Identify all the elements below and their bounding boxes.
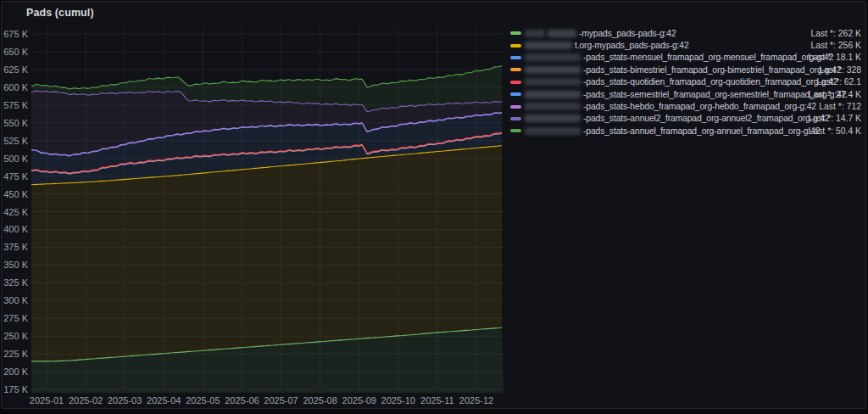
timeseries-panel: Pads (cumul) 675 K650 K625 K600 K575 K55…: [1, 1, 866, 409]
redacted-text-blur: [525, 42, 572, 49]
legend-last-value: Last *: 62.1: [816, 76, 861, 88]
series-color-line-icon: [510, 105, 521, 109]
x-tick-label: 2025-08: [300, 395, 341, 406]
redacted-text-blur: [525, 91, 581, 98]
x-tick-label: 2025-04: [143, 395, 184, 406]
redacted-text-blur: [525, 115, 581, 122]
y-tick-label: 275 K: [2, 313, 28, 323]
y-tick-label: 600 K: [2, 82, 28, 92]
grafana-panel-screenshot: Pads (cumul) 675 K650 K625 K600 K575 K55…: [0, 0, 868, 414]
legend-series-name: -mypads_pads-pads-g:42: [579, 29, 676, 38]
legend-last-value: Last *: 50.4 K: [809, 125, 861, 137]
legend-item[interactable]: -pads_stats-hebdo_framapad_org-hebdo_fra…: [510, 100, 863, 112]
series-color-line-icon: [510, 117, 521, 120]
series-color-line-icon: [510, 68, 521, 71]
redacted-text-blur: [525, 30, 545, 37]
legend-last-value: Last *: 256 K: [811, 39, 862, 51]
series-color-line-icon: [510, 92, 521, 96]
legend-series-name: -pads_stats-hebdo_framapad_org-hebdo_fra…: [583, 102, 816, 111]
x-tick-label: 2025-09: [339, 395, 380, 406]
legend-item[interactable]: -pads_stats-quotidien_framapad_org-quoti…: [510, 76, 863, 88]
legend-series-name: t.org-mypads_pads-pads-g:42: [575, 41, 689, 50]
legend-last-value: Last *: 262 K: [811, 27, 862, 39]
y-tick-label: 325 K: [2, 277, 28, 288]
y-tick-label: 475 K: [2, 171, 28, 182]
y-tick-label: 400 K: [2, 224, 28, 234]
y-tick-label: 550 K: [2, 118, 28, 128]
y-tick-label: 575 K: [2, 100, 28, 110]
series-color-line-icon: [510, 44, 521, 48]
y-tick-label: 300 K: [2, 295, 28, 305]
y-tick-label: 650 K: [2, 47, 28, 57]
redacted-text-blur: [525, 103, 581, 110]
legend-series-name: -pads_stats-annuel2_framapad_org-annuel2…: [583, 114, 830, 123]
x-tick-label: 2025-12: [456, 395, 497, 406]
legend-series-name: -pads_stats-quotidien_framapad_org-quoti…: [583, 77, 837, 87]
legend-last-value: Last *: 14.7 K: [809, 113, 861, 125]
series-color-line-icon: [510, 81, 521, 84]
y-tick-label: 525 K: [2, 136, 28, 146]
y-tick-label: 225 K: [2, 349, 28, 359]
y-tick-label: 450 K: [2, 189, 28, 199]
legend-item[interactable]: t.org-mypads_pads-pads-g:42Last *: 256 K: [510, 39, 863, 51]
legend-item[interactable]: -pads_stats-bimestriel_framapad_org-bime…: [510, 64, 863, 76]
legend-item[interactable]: -pads_stats-mensuel_framapad_org-mensuel…: [510, 52, 863, 64]
legend-series-name: -pads_stats-bimestriel_framapad_org-bime…: [583, 65, 842, 75]
y-tick-label: 200 K: [2, 366, 28, 377]
redacted-text-blur: [548, 30, 576, 37]
legend-item[interactable]: -pads_stats-annuel_framapad_org-annuel_f…: [510, 125, 863, 137]
redacted-text-blur: [525, 127, 581, 135]
y-tick-label: 175 K: [2, 384, 28, 394]
legend-series-name: -pads_stats-annuel_framapad_org-annuel_f…: [583, 126, 820, 136]
y-tick-label: 625 K: [2, 64, 28, 75]
x-tick-label: 2025-07: [261, 395, 302, 406]
redacted-text-blur: [525, 78, 581, 86]
legend-last-value: Last *: 328: [819, 64, 861, 76]
x-tick-label: 2025-02: [65, 395, 106, 406]
y-tick-label: 675 K: [2, 29, 28, 39]
y-tick-label: 250 K: [2, 331, 28, 341]
series-color-line-icon: [510, 31, 521, 35]
x-tick-label: 2025-11: [417, 395, 458, 406]
legend: -mypads_pads-pads-g:42Last *: 262 Kt.org…: [510, 27, 863, 137]
redacted-text-blur: [525, 66, 581, 74]
y-tick-label: 425 K: [2, 207, 28, 217]
x-tick-label: 2025-03: [104, 395, 145, 406]
legend-item[interactable]: -pads_stats-annuel2_framapad_org-annuel2…: [510, 113, 863, 125]
y-tick-label: 350 K: [2, 260, 28, 270]
x-tick-label: 2025-05: [182, 395, 223, 406]
x-tick-label: 2025-01: [26, 395, 67, 406]
x-tick-label: 2025-06: [221, 395, 262, 406]
legend-last-value: Last *: 712: [819, 100, 861, 112]
series-color-line-icon: [510, 56, 521, 59]
legend-series-name: -pads_stats-semestriel_framapad_org-seme…: [583, 90, 846, 99]
legend-item[interactable]: -pads_stats-semestriel_framapad_org-seme…: [510, 88, 863, 100]
legend-last-value: Last *: 18.1 K: [809, 52, 861, 64]
x-tick-label: 2025-10: [378, 395, 419, 406]
series-color-line-icon: [510, 129, 521, 132]
legend-series-name: -pads_stats-mensuel_framapad_org-mensuel…: [583, 53, 833, 62]
redacted-text-blur: [525, 53, 581, 61]
legend-item[interactable]: -mypads_pads-pads-g:42Last *: 262 K: [510, 27, 863, 39]
y-tick-label: 375 K: [2, 242, 28, 252]
y-tick-label: 500 K: [2, 154, 28, 164]
legend-last-value: Last *: 27.4 K: [809, 88, 861, 100]
